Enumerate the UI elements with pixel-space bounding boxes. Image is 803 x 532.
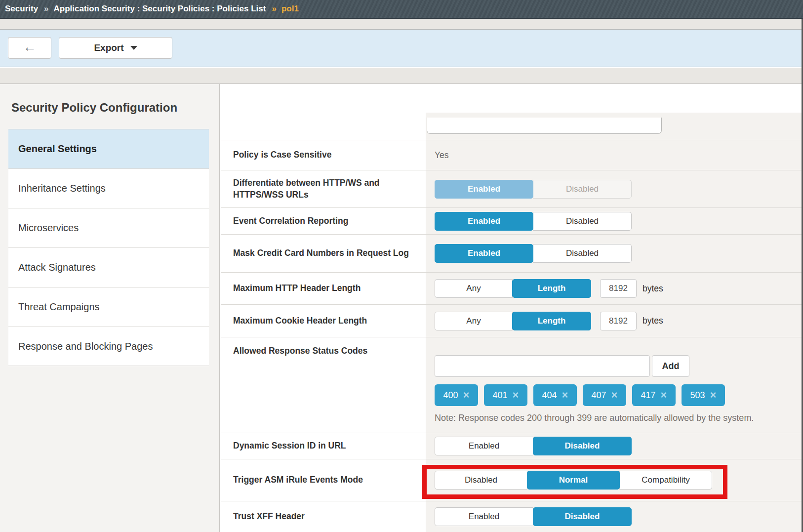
setting-label: Maximum HTTP Header Length	[233, 283, 361, 294]
status-code-tag[interactable]: 400×	[435, 384, 478, 406]
trigger-asm-irule-events-mode-option-disabled[interactable]: Disabled	[435, 471, 527, 490]
max-cookie-header-length-option-any[interactable]: Any	[435, 312, 513, 330]
max-cookie-header-length-unit-label: bytes	[642, 316, 663, 326]
remove-code-icon[interactable]: ×	[513, 390, 519, 401]
dynamic-session-id-in-url-option-disabled[interactable]: Disabled	[533, 437, 632, 455]
content-area: Security Policy Configuration General Se…	[0, 84, 803, 532]
app-window: Security » Application Security : Securi…	[0, 0, 803, 532]
status-code-tag[interactable]: 404×	[533, 384, 577, 406]
status-codes-note: Note: Response codes 200 through 399 are…	[435, 413, 803, 423]
remove-code-icon[interactable]: ×	[562, 390, 568, 401]
status-code-value: 401	[493, 390, 508, 401]
event-correlation-reporting-option-enabled[interactable]: Enabled	[435, 212, 533, 231]
sidebar-item-label: Threat Campaigns	[18, 301, 100, 313]
status-code-value: 417	[641, 390, 656, 401]
max-cookie-header-length-segmented-control: AnyLength	[435, 312, 591, 330]
status-code-value: 404	[542, 390, 557, 401]
status-code-tag[interactable]: 417×	[632, 384, 676, 406]
dynamic-session-id-in-url-option-enabled[interactable]: Enabled	[435, 437, 533, 455]
differentiate-http-ws-option-disabled[interactable]: Disabled	[533, 180, 632, 199]
breadcrumb-section[interactable]: Security	[5, 4, 38, 14]
spacer-band	[0, 19, 803, 30]
trigger-asm-irule-events-mode-segmented-control: DisabledNormalCompatibility	[435, 471, 712, 490]
status-code-value: 503	[690, 390, 705, 401]
setting-label: Trust XFF Header	[233, 511, 305, 523]
setting-row-policy-case-sensitive: Policy is Case SensitiveYes	[221, 140, 803, 170]
setting-row-mask-credit-card-numbers: Mask Credit Card Numbers in Request LogE…	[221, 234, 803, 272]
max-http-header-length-option-length[interactable]: Length	[512, 279, 591, 298]
trigger-asm-irule-events-mode-option-compatibility[interactable]: Compatibility	[619, 471, 712, 490]
status-code-tag[interactable]: 503×	[682, 384, 725, 406]
mask-credit-card-numbers-option-disabled[interactable]: Disabled	[533, 244, 632, 263]
setting-row-trust-xff-header: Trust XFF HeaderEnabledDisabled	[221, 501, 803, 532]
setting-label: Trigger ASM iRule Events Mode	[233, 474, 363, 486]
sidebar-menu: General SettingsInheritance SettingsMicr…	[8, 129, 209, 366]
sidebar-item-inheritance-settings[interactable]: Inheritance Settings	[8, 168, 209, 208]
back-button[interactable]: ←	[8, 37, 51, 59]
status-code-tags: 400×401×404×407×417×503×	[435, 384, 803, 406]
sidebar: Security Policy Configuration General Se…	[0, 84, 220, 532]
setting-value: Yes	[435, 150, 449, 161]
setting-row-max-cookie-header-length: Maximum Cookie Header LengthAnyLengthbyt…	[221, 304, 803, 337]
max-http-header-length-bytes-input[interactable]	[600, 279, 637, 298]
setting-row-max-http-header-length: Maximum HTTP Header LengthAnyLengthbytes	[221, 272, 803, 304]
status-code-value: 400	[443, 390, 458, 401]
max-http-header-length-segmented-control: AnyLength	[435, 279, 591, 298]
max-http-header-length-option-any[interactable]: Any	[435, 279, 513, 298]
setting-row-event-correlation-reporting: Event Correlation ReportingEnabledDisabl…	[221, 207, 803, 234]
setting-label: Event Correlation Reporting	[233, 215, 348, 227]
back-arrow-icon: ←	[23, 40, 37, 55]
sidebar-item-attack-signatures[interactable]: Attack Signatures	[8, 247, 209, 287]
remove-code-icon[interactable]: ×	[611, 390, 618, 401]
remove-code-icon[interactable]: ×	[710, 390, 717, 401]
event-correlation-reporting-segmented-control: EnabledDisabled	[435, 212, 632, 231]
breadcrumb-separator-icon: »	[44, 4, 47, 14]
max-cookie-header-length-bytes-input[interactable]	[600, 312, 637, 330]
sidebar-item-microservices[interactable]: Microservices	[8, 208, 209, 247]
status-code-value: 407	[592, 390, 606, 401]
max-cookie-header-length-option-length[interactable]: Length	[512, 312, 591, 330]
export-button[interactable]: Export	[59, 37, 172, 59]
remove-code-icon[interactable]: ×	[463, 390, 470, 401]
setting-row-allowed-response-status-codes: Allowed Response Status CodesAdd400×401×…	[221, 337, 803, 433]
add-code-button[interactable]: Add	[652, 355, 689, 377]
event-correlation-reporting-option-disabled[interactable]: Disabled	[533, 212, 632, 231]
settings-panel: Policy is Case SensitiveYesDifferentiate…	[221, 84, 803, 532]
sidebar-item-label: Inheritance Settings	[18, 183, 106, 194]
trigger-asm-irule-events-mode-option-normal[interactable]: Normal	[527, 471, 620, 490]
setting-label: Mask Credit Card Numbers in Request Log	[233, 247, 409, 259]
max-http-header-length-unit-label: bytes	[642, 284, 663, 294]
sidebar-item-label: Microservices	[18, 222, 79, 234]
breadcrumb-current-item: pol1	[281, 4, 299, 14]
breadcrumb-path[interactable]: Application Security : Security Policies…	[54, 4, 266, 14]
sidebar-item-threat-campaigns[interactable]: Threat Campaigns	[8, 287, 209, 327]
sidebar-item-label: General Settings	[18, 143, 97, 155]
trust-xff-header-option-disabled[interactable]: Disabled	[533, 507, 632, 526]
sidebar-item-label: Response and Blocking Pages	[18, 341, 153, 352]
setting-label: Maximum Cookie Header Length	[233, 315, 367, 327]
toolbar: ← Export	[0, 30, 803, 67]
sidebar-item-label: Attack Signatures	[18, 262, 96, 273]
spacer-band	[0, 68, 803, 84]
mask-credit-card-numbers-option-enabled[interactable]: Enabled	[435, 244, 533, 263]
sidebar-title: Security Policy Configuration	[11, 101, 177, 115]
setting-label: Differentiate between HTTP/WS and HTTPS/…	[233, 177, 411, 201]
setting-label: Dynamic Session ID in URL	[233, 440, 346, 452]
sidebar-item-general-settings[interactable]: General Settings	[8, 129, 209, 168]
scrolled-input-partial[interactable]	[427, 118, 662, 134]
status-code-input[interactable]	[435, 355, 650, 377]
status-code-tag[interactable]: 407×	[583, 384, 626, 406]
export-button-label: Export	[94, 42, 123, 53]
differentiate-http-ws-segmented-control: EnabledDisabled	[435, 180, 632, 199]
differentiate-http-ws-option-enabled[interactable]: Enabled	[435, 180, 533, 199]
trust-xff-header-option-enabled[interactable]: Enabled	[435, 507, 533, 526]
setting-label: Allowed Response Status Codes	[233, 345, 367, 357]
mask-credit-card-numbers-segmented-control: EnabledDisabled	[435, 244, 632, 263]
dynamic-session-id-in-url-segmented-control: EnabledDisabled	[435, 437, 632, 455]
settings-rows: Policy is Case SensitiveYesDifferentiate…	[221, 140, 803, 532]
status-code-tag[interactable]: 401×	[484, 384, 527, 406]
breadcrumb-separator-icon: »	[272, 4, 275, 14]
remove-code-icon[interactable]: ×	[661, 390, 667, 401]
setting-row-trigger-asm-irule-events-mode: Trigger ASM iRule Events ModeDisabledNor…	[221, 459, 803, 501]
sidebar-item-response-and-blocking-pages[interactable]: Response and Blocking Pages	[8, 327, 209, 366]
